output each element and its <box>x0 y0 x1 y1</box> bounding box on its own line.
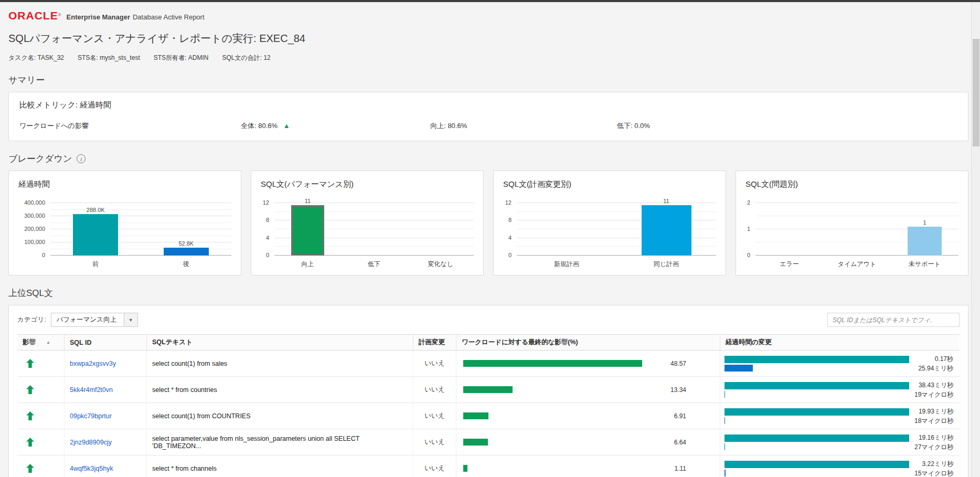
chart-plot: 400,000300,000200,000100,0000288.0K52.8K <box>50 203 231 256</box>
summary-card: 比較メトリック: 経過時間 ワークロードへの影響 全体: 80.6% ▲ 向上:… <box>8 92 968 141</box>
impact-bar-track <box>463 465 673 472</box>
comparison-metric: 比較メトリック: 経過時間 <box>19 100 957 110</box>
impact-bar <box>463 360 642 367</box>
chart-card-elapsed-time: 経過時間 400,000300,000200,000100,0000288.0K… <box>8 171 241 275</box>
info-icon[interactable]: i <box>77 154 86 163</box>
charts-row: 経過時間 400,000300,000200,000100,0000288.0K… <box>8 171 968 275</box>
workload-impact-row: ワークロードへの影響 全体: 80.6% ▲ 向上: 80.6% 低下: 0.0… <box>19 121 957 131</box>
page-title: SQLパフォーマンス・アナライザ・レポートの実行: EXEC_84 <box>8 31 968 46</box>
column-header-plan-change[interactable]: 計画変更 <box>413 335 456 350</box>
category-filter: カテゴリ: パフォーマンス向上 ▼ <box>17 313 138 327</box>
workload-impact-cell: 6.91 <box>456 403 720 429</box>
y-tick-label: 0 <box>266 252 269 258</box>
chevron-down-icon[interactable]: ▼ <box>124 313 137 326</box>
column-header-workload-impact[interactable]: ワークロードに対する最終的な影響(%) <box>456 335 720 350</box>
impact-up-arrow-icon <box>26 359 34 368</box>
impact-bar-track <box>463 412 673 419</box>
category-dropdown[interactable]: パフォーマンス向上 ▼ <box>51 313 138 327</box>
chart-bar[interactable] <box>908 227 942 256</box>
impact-cell <box>17 351 65 376</box>
chart-card-sql-by-plan-change: SQL文(計画変更別) 1284011 新規計画同じ計画 <box>493 171 726 275</box>
table-row[interactable]: 4wqf5k3jq5hyk select * from channels いいえ… <box>17 455 960 477</box>
bar-value-label: 11 <box>305 198 311 204</box>
topsql-section-title: 上位SQL文 <box>8 287 968 299</box>
sql-id-link[interactable]: 09pkc79bprtur <box>70 412 112 420</box>
table-row[interactable]: 09pkc79bprtur select count(1) from COUNT… <box>17 403 960 429</box>
elapsed-bars <box>725 356 909 372</box>
impact-bar-track <box>463 439 673 446</box>
y-tick-label: 8 <box>266 217 269 223</box>
table-controls: カテゴリ: パフォーマンス向上 ▼ <box>17 313 960 327</box>
chart-xlabels: 前後 <box>50 260 231 269</box>
workload-impact-cell: 6.64 <box>456 429 720 455</box>
sort-ascending-icon[interactable]: ▲ <box>46 340 50 345</box>
table-row[interactable]: bxwpa2xgsvv3y select count(1) from sales… <box>17 351 960 377</box>
y-tick-label: 0 <box>508 252 512 258</box>
sql-id-link[interactable]: bxwpa2xgsvv3y <box>70 360 116 367</box>
meta-item: STS所有者: ADMIN <box>154 54 209 62</box>
chart-bar[interactable] <box>73 214 118 256</box>
chart-card-sql-by-problem: SQL文(問題別) 2101 エラータイムアウト未サポート <box>736 171 968 275</box>
sql-text: select count(1) from sales <box>147 351 413 376</box>
y-tick-label: 100,000 <box>24 239 45 245</box>
table-row[interactable]: 2jnz9d8909cjy select parameter,value fro… <box>17 429 960 455</box>
elapsed-after-label: 19マイクロ秒 <box>914 390 953 399</box>
sql-text: select * from channels <box>147 455 413 477</box>
scrollbar-thumb[interactable] <box>973 39 979 146</box>
overall-impact: 全体: 80.6% ▲ <box>241 121 430 131</box>
elapsed-after-label: 27マイクロ秒 <box>914 442 953 452</box>
sql-id-link[interactable]: 2jnz9d8909cjy <box>70 439 112 446</box>
elapsed-before-label: 0.17秒 <box>914 354 953 364</box>
workload-impact-cell: 48.57 <box>456 351 720 376</box>
vertical-scrollbar[interactable] <box>971 2 980 477</box>
sql-filter-input[interactable] <box>827 313 960 327</box>
sql-text: select count(1) from COUNTRIES <box>147 403 413 429</box>
impact-value: 6.64 <box>674 439 686 446</box>
elapsed-before-bar <box>725 356 909 363</box>
x-category-label: 向上 <box>274 260 341 269</box>
elapsed-labels: 3.22ミリ秒 15マイクロ秒 <box>914 459 953 477</box>
column-header-sql-text[interactable]: SQLテキスト <box>147 335 413 350</box>
impact-cell <box>17 377 65 402</box>
elapsed-after-label: 18マイクロ秒 <box>914 416 953 426</box>
chart-bar[interactable] <box>642 205 691 256</box>
column-header-elapsed-change[interactable]: 経過時間の変更 <box>720 335 960 350</box>
sql-id-link[interactable]: 5kk4r4mf2t0vn <box>70 386 113 394</box>
sql-id-cell: 09pkc79bprtur <box>65 403 147 429</box>
meta-value: ADMIN <box>188 54 209 61</box>
breakdown-section-title: ブレークダウン i <box>8 153 968 165</box>
chart-title: 経過時間 <box>18 179 231 189</box>
elapsed-bars <box>725 434 909 450</box>
report-type: Database Active Report <box>133 13 205 21</box>
chart-bar[interactable] <box>164 248 209 256</box>
elapsed-before-bar <box>725 382 909 389</box>
plan-change: いいえ <box>413 403 456 429</box>
regressed-impact: 低下: 0.0% <box>617 121 957 131</box>
sql-id-link[interactable]: 4wqf5k3jq5hyk <box>70 465 113 472</box>
column-header-impact[interactable]: 影響 ▲ <box>17 335 65 350</box>
impact-bar <box>463 465 467 472</box>
elapsed-before-bar <box>725 434 909 442</box>
meta-label: タスク名: <box>8 54 38 61</box>
chart-bar[interactable] <box>291 205 324 256</box>
meta-value: mysh_sts_test <box>100 54 140 61</box>
y-tick-label: 400,000 <box>24 199 45 206</box>
elapsed-labels: 19.16ミリ秒 27マイクロ秒 <box>914 433 953 452</box>
page-content: ORACLE® Enterprise Manager Database Acti… <box>0 2 980 477</box>
topsql-card: カテゴリ: パフォーマンス向上 ▼ 影響 ▲ SQL ID SQLテキスト 計画… <box>8 305 968 477</box>
elapsed-after-bar <box>725 470 726 476</box>
category-selected-value: パフォーマンス向上 <box>51 313 124 326</box>
meta-item: SQL文の合計: 12 <box>222 54 270 62</box>
impact-up-arrow-icon <box>26 438 34 447</box>
table-row[interactable]: 5kk4r4mf2t0vn select * from countries いい… <box>17 377 960 403</box>
chart-card-sql-by-performance: SQL文(パフォーマンス別) 1284011 向上低下変化なし <box>251 171 484 275</box>
x-category-label: 新規計画 <box>517 260 616 269</box>
meta-item: タスク名: TASK_32 <box>8 54 64 62</box>
column-header-sql-id[interactable]: SQL ID <box>65 335 147 350</box>
elapsed-change-cell: 3.22ミリ秒 15マイクロ秒 <box>720 455 960 477</box>
plan-change: いいえ <box>413 377 456 402</box>
impact-up-arrow-icon <box>26 464 34 473</box>
x-category-label: 変化なし <box>407 260 474 269</box>
y-tick-label: 300,000 <box>24 213 45 219</box>
plan-change: いいえ <box>413 351 456 376</box>
